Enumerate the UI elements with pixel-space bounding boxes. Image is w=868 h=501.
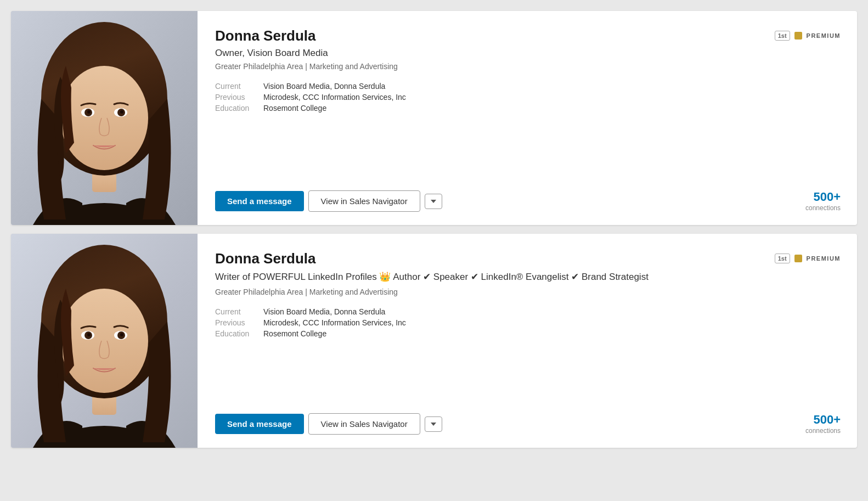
detail-row-current-1: Current Vision Board Media, Donna Serdul… (215, 82, 841, 91)
connections-label-2: connections (805, 427, 841, 435)
profile-title-2: Writer of POWERFUL LinkedIn Profiles 👑 A… (215, 271, 841, 284)
profile-card-1: Donna Serdula 1st PREMIUM Owner, Vision … (11, 11, 857, 225)
svg-point-20 (87, 333, 91, 336)
profile-actions-2: Send a message View in Sales Navigator 5… (215, 413, 841, 435)
sales-nav-button-1[interactable]: View in Sales Navigator (308, 190, 420, 212)
premium-icon-2 (794, 255, 802, 262)
detail-row-education-1: Education Rosemont College (215, 104, 841, 112)
profile-info-2: Donna Serdula 1st PREMIUM Writer of POWE… (198, 234, 857, 448)
detail-row-previous-1: Previous Microdesk, CCC Information Serv… (215, 93, 841, 102)
profile-info-1: Donna Serdula 1st PREMIUM Owner, Vision … (198, 11, 857, 225)
profile-top-row-2: Donna Serdula 1st PREMIUM (215, 250, 841, 267)
svg-point-15 (60, 289, 148, 393)
dropdown-button-1[interactable] (425, 194, 442, 209)
previous-value-2: Microdesk, CCC Information Services, Inc (263, 318, 406, 327)
svg-point-4 (60, 66, 148, 170)
badges-2: 1st PREMIUM (775, 254, 841, 263)
badges-1: 1st PREMIUM (775, 31, 841, 41)
premium-icon-1 (794, 32, 802, 40)
send-message-button-1[interactable]: Send a message (215, 191, 304, 211)
send-message-button-2[interactable]: Send a message (215, 414, 304, 434)
badge-premium-label-2: PREMIUM (807, 255, 841, 262)
education-label-2: Education (215, 329, 255, 338)
previous-label-2: Previous (215, 318, 255, 327)
detail-row-current-2: Current Vision Board Media, Donna Serdul… (215, 307, 841, 316)
current-value-1: Vision Board Media, Donna Serdula (263, 82, 385, 91)
profile-top-row-1: Donna Serdula 1st PREMIUM (215, 27, 841, 44)
profile-details-1: Current Vision Board Media, Donna Serdul… (215, 82, 841, 112)
connections-label-1: connections (805, 204, 841, 212)
detail-row-education-2: Education Rosemont College (215, 329, 841, 338)
svg-point-21 (120, 333, 123, 336)
dropdown-button-2[interactable] (425, 416, 442, 432)
connections-number-2: 500+ (805, 414, 841, 426)
current-label-1: Current (215, 82, 255, 91)
profile-photo-1 (11, 11, 198, 225)
svg-point-9 (87, 110, 91, 114)
connections-count-2: 500+ connections (805, 414, 841, 435)
connections-number-1: 500+ (805, 191, 841, 203)
chevron-down-icon-2 (431, 423, 436, 426)
profile-photo-2 (11, 234, 198, 448)
current-label-2: Current (215, 307, 255, 316)
profile-location-2: Greater Philadelphia Area | Marketing an… (215, 288, 841, 296)
current-value-2: Vision Board Media, Donna Serdula (263, 307, 385, 316)
profile-details-2: Current Vision Board Media, Donna Serdul… (215, 307, 841, 338)
chevron-down-icon-1 (431, 200, 436, 203)
previous-label-1: Previous (215, 93, 255, 102)
profile-name-2: Donna Serdula (215, 250, 315, 267)
profile-actions-1: Send a message View in Sales Navigator 5… (215, 190, 841, 212)
svg-point-10 (120, 110, 123, 114)
previous-value-1: Microdesk, CCC Information Services, Inc (263, 93, 406, 102)
sales-nav-button-2[interactable]: View in Sales Navigator (308, 413, 420, 435)
profile-card-2: Donna Serdula 1st PREMIUM Writer of POWE… (11, 234, 857, 448)
profile-location-1: Greater Philadelphia Area | Marketing an… (215, 62, 841, 71)
education-value-1: Rosemont College (263, 104, 326, 112)
profile-title-1: Owner, Vision Board Media (215, 48, 841, 59)
badge-premium-label-1: PREMIUM (807, 32, 841, 39)
detail-row-previous-2: Previous Microdesk, CCC Information Serv… (215, 318, 841, 327)
badge-1st-2: 1st (775, 254, 790, 263)
connections-count-1: 500+ connections (805, 191, 841, 212)
education-value-2: Rosemont College (263, 329, 326, 338)
badge-1st-1: 1st (775, 31, 790, 41)
profile-name-1: Donna Serdula (215, 27, 315, 44)
education-label-1: Education (215, 104, 255, 112)
